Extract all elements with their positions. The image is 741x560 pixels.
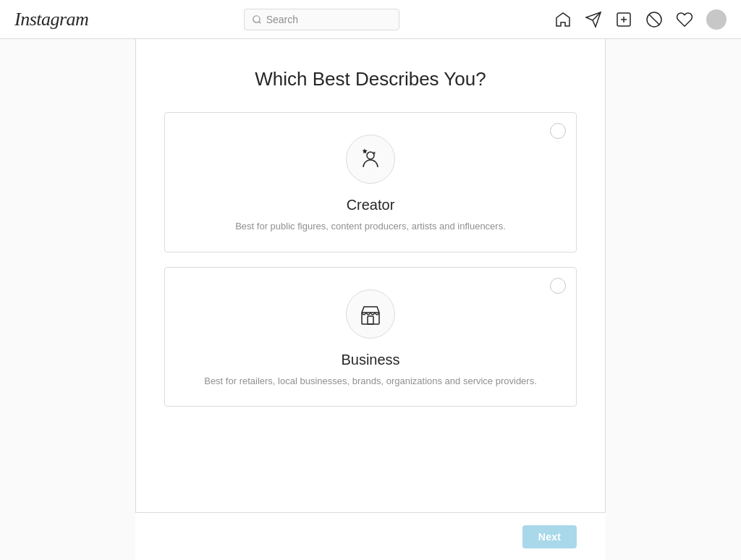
heart-icon[interactable] (676, 11, 693, 28)
creator-icon-circle (346, 135, 395, 184)
svg-point-9 (367, 152, 374, 159)
next-button[interactable]: Next (522, 525, 577, 548)
business-description: Best for retailers, local businesses, br… (204, 374, 537, 389)
business-title: Business (341, 352, 399, 368)
svg-point-0 (253, 15, 259, 22)
compass-icon[interactable] (645, 11, 663, 28)
creator-description: Best for public figures, content produce… (235, 219, 506, 234)
svg-line-8 (649, 14, 659, 24)
creator-radio[interactable] (550, 123, 566, 139)
app-logo: Instagram (14, 9, 88, 30)
content-area: Which Best Describes You? Creator Best f… (135, 39, 606, 546)
page-title: Which Best Describes You? (255, 68, 486, 90)
search-icon (252, 14, 262, 25)
search-bar[interactable] (244, 9, 399, 30)
new-post-icon[interactable] (615, 11, 632, 28)
explore-icon[interactable] (585, 11, 602, 28)
navbar: Instagram (0, 0, 741, 39)
business-option-card[interactable]: Business Best for retailers, local busin… (164, 267, 577, 407)
creator-icon (359, 148, 382, 171)
search-input[interactable] (266, 14, 391, 25)
user-avatar[interactable] (706, 9, 727, 30)
svg-rect-12 (368, 316, 373, 324)
navbar-icons (554, 9, 727, 30)
business-radio[interactable] (550, 278, 566, 294)
page-wrapper: Which Best Describes You? Creator Best f… (0, 39, 741, 560)
home-icon[interactable] (554, 11, 572, 28)
business-icon (359, 302, 382, 326)
creator-title: Creator (347, 197, 395, 213)
svg-line-1 (258, 21, 261, 23)
creator-option-card[interactable]: Creator Best for public figures, content… (164, 112, 577, 253)
footer-bar: Next (135, 512, 606, 560)
business-icon-circle (346, 289, 395, 339)
